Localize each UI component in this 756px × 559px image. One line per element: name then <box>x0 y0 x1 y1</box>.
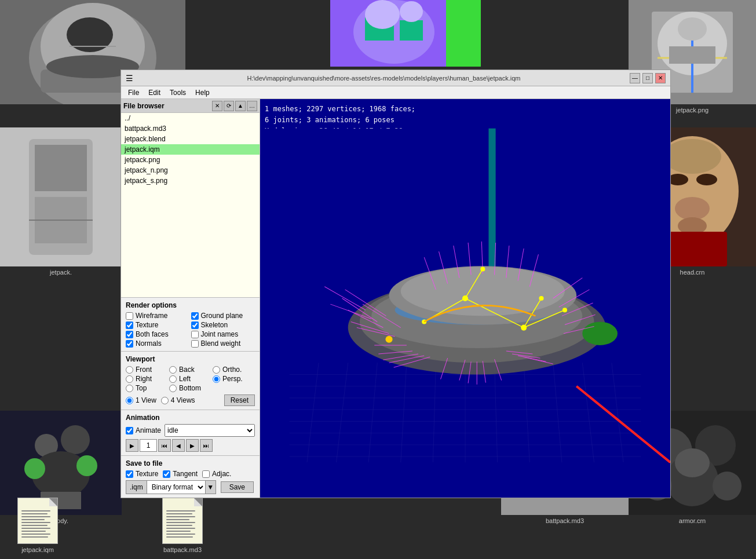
animation-section: Animation Animate idle run walk ▶ ⏮ <box>121 410 260 456</box>
save-adjac-label: Adjac. <box>212 470 231 478</box>
svg-point-124 <box>462 295 468 301</box>
svg-rect-23 <box>35 145 87 191</box>
save-button[interactable]: Save <box>221 481 254 493</box>
wireframe-label: Wireframe <box>136 312 167 320</box>
minimize-button[interactable]: — <box>630 73 640 83</box>
right-radio[interactable] <box>126 375 133 383</box>
animate-checkbox[interactable] <box>126 427 133 434</box>
both-faces-label: Both faces <box>136 330 169 338</box>
four-views-radio[interactable] <box>161 397 169 404</box>
render-options-section: Render options Wireframe Ground plane Te… <box>121 298 260 352</box>
thumb-topcenter <box>330 0 481 70</box>
ground-plane-label: Ground plane <box>201 312 243 320</box>
title-bar: ☰ H:\dev\mapping\unvanquished\more-asset… <box>121 70 670 86</box>
left-radio[interactable] <box>169 375 177 383</box>
animate-row: Animate idle run walk <box>126 424 255 437</box>
first-frame-button[interactable]: ⏮ <box>158 439 171 452</box>
both-faces-checkbox[interactable] <box>126 331 133 338</box>
save-format-row: .iqm Binary format ▼ Save <box>126 480 255 494</box>
close-button[interactable]: ✕ <box>655 73 666 83</box>
viewport-views-row: 1 View 4 Views Reset <box>126 394 255 406</box>
save-title: Save to file <box>126 459 255 467</box>
menu-file[interactable]: File <box>123 87 144 98</box>
save-texture-checkbox[interactable] <box>126 470 133 478</box>
viewport-radio-group: Front Back Ortho. Right <box>126 366 255 392</box>
right-label: Right <box>136 375 152 383</box>
format-arrow[interactable]: ▼ <box>205 481 216 494</box>
one-view-radio[interactable] <box>126 397 133 404</box>
thumb-botright2-label: armor.crn <box>679 517 706 524</box>
file-item-1[interactable]: battpack.md3 <box>121 123 260 134</box>
svg-point-126 <box>563 308 567 312</box>
thumb-topright-label: jetpack.png <box>676 107 708 114</box>
front-label: Front <box>136 366 152 374</box>
anim-controls: ▶ ⏮ ◀ ▶ ⏭ <box>126 439 255 452</box>
file-item-4[interactable]: jetpack.png <box>121 155 260 165</box>
viewport-3d[interactable]: 1 meshes; 2297 vertices; 1968 faces; 6 j… <box>260 99 670 498</box>
save-adjac-checkbox[interactable] <box>202 470 210 478</box>
thumb-botright1-label: battpack.md3 <box>546 517 584 524</box>
next-frame-button[interactable]: ▶ <box>186 439 199 452</box>
top-radio[interactable] <box>126 385 133 392</box>
check-normals: Normals <box>126 339 190 348</box>
thumb-midright-label: head.crn <box>680 269 705 276</box>
file-item-3[interactable]: jetpack.iqm <box>121 144 260 155</box>
blend-weight-checkbox[interactable] <box>191 340 199 348</box>
radio-ortho: Ortho. <box>213 366 255 374</box>
svg-point-130 <box>385 336 392 343</box>
file-item-6[interactable]: jetpack_s.png <box>121 176 260 186</box>
file-item-0[interactable]: ../ <box>121 113 260 123</box>
maximize-button[interactable]: □ <box>642 73 653 83</box>
file-icon-iqm[interactable]: jetpack.iqm <box>17 498 58 553</box>
front-radio[interactable] <box>126 366 133 374</box>
file-browser-more-btn[interactable]: … <box>247 101 257 111</box>
frame-input[interactable] <box>140 439 157 452</box>
animate-select[interactable]: idle run walk <box>165 424 255 437</box>
ortho-label: Ortho. <box>222 366 242 374</box>
persp-radio[interactable] <box>213 375 220 383</box>
ortho-radio[interactable] <box>213 366 220 374</box>
check-ground-plane: Ground plane <box>191 312 255 320</box>
texture-checkbox[interactable] <box>126 321 133 329</box>
reset-button[interactable]: Reset <box>224 394 255 406</box>
file-item-5[interactable]: jetpack_n.png <box>121 165 260 176</box>
file-icon-md3-img <box>162 498 203 544</box>
svg-point-125 <box>521 325 527 331</box>
skeleton-checkbox[interactable] <box>191 321 199 329</box>
svg-point-39 <box>24 458 45 479</box>
scene-svg <box>260 99 670 498</box>
format-select[interactable]: Binary format <box>147 481 205 494</box>
left-label: Left <box>179 375 191 383</box>
file-item-2[interactable]: jetpack.blend <box>121 134 260 144</box>
menu-edit[interactable]: Edit <box>144 87 165 98</box>
normals-checkbox[interactable] <box>126 340 133 348</box>
save-tangent-label: Tangent <box>173 470 198 478</box>
save-texture-label: Texture <box>136 470 158 478</box>
normals-label: Normals <box>136 339 162 348</box>
menu-help[interactable]: Help <box>191 87 214 98</box>
menu-tools[interactable]: Tools <box>165 87 191 98</box>
thumb-topcenter-img <box>330 0 481 67</box>
play-button[interactable]: ▶ <box>126 439 138 452</box>
save-tangent-checkbox[interactable] <box>163 470 170 478</box>
render-options-title: Render options <box>126 301 255 309</box>
menu-icon[interactable]: ☰ <box>126 74 133 83</box>
radio-right: Right <box>126 375 168 383</box>
last-frame-button[interactable]: ⏭ <box>200 439 213 452</box>
wireframe-checkbox[interactable] <box>126 312 133 320</box>
file-browser-refresh-btn[interactable]: ⟳ <box>224 101 234 111</box>
file-browser-up-btn[interactable]: ▲ <box>235 101 246 111</box>
ground-plane-checkbox[interactable] <box>191 312 199 320</box>
radio-left: Left <box>169 375 211 383</box>
app-window: ☰ H:\dev\mapping\unvanquished\more-asset… <box>120 70 671 498</box>
back-radio[interactable] <box>169 366 177 374</box>
check-animate: Animate <box>126 426 161 434</box>
file-icon-md3[interactable]: battpack.md3 <box>162 498 203 553</box>
prev-frame-button[interactable]: ◀ <box>172 439 185 452</box>
save-section: Save to file Texture Tangent Adjac. <box>121 456 260 498</box>
file-browser-close-btn[interactable]: ✕ <box>212 101 222 111</box>
bottom-radio[interactable] <box>169 385 177 392</box>
radio-back: Back <box>169 366 211 374</box>
joint-names-checkbox[interactable] <box>191 331 199 338</box>
svg-point-80 <box>401 266 565 316</box>
